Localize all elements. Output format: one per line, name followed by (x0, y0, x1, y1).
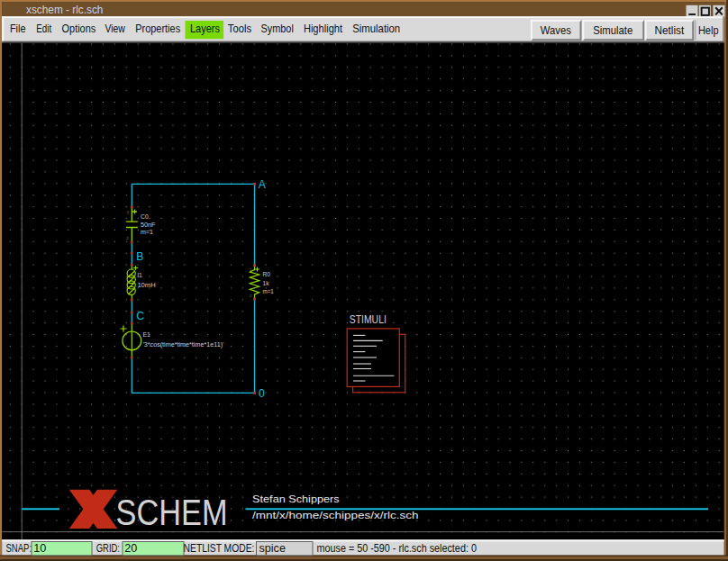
svg-text:SNAP:: SNAP: (6, 542, 32, 555)
svg-text:A: A (259, 178, 267, 191)
svg-text:STIMULI: STIMULI (350, 312, 387, 326)
svg-text:Layers: Layers (190, 23, 220, 35)
svg-text:Simulate: Simulate (593, 24, 632, 37)
svg-text:Symbol: Symbol (261, 23, 294, 35)
svg-text:SCHEM: SCHEM (116, 493, 228, 532)
svg-text:Simulation: Simulation (352, 23, 400, 35)
svg-text:1k: 1k (263, 279, 269, 287)
svg-text:Tools: Tools (228, 23, 251, 35)
svg-text:File: File (10, 23, 26, 35)
svg-text:xschem - rlc.sch: xschem - rlc.sch (26, 3, 103, 16)
svg-text:Properties: Properties (135, 23, 180, 35)
svg-text:Edit: Edit (36, 23, 51, 35)
svg-text:R0: R0 (263, 270, 270, 278)
svg-text:Highlight: Highlight (304, 23, 343, 35)
svg-text:20: 20 (124, 542, 137, 555)
svg-text:Help: Help (698, 24, 719, 37)
svg-text:Stefan Schippers: Stefan Schippers (252, 493, 340, 504)
svg-text:'3*cos(time*time*time*1e11)': '3*cos(time*time*time*1e11)' (142, 340, 224, 348)
svg-text:View: View (105, 23, 126, 35)
svg-text:B: B (136, 250, 143, 263)
svg-text:l1: l1 (137, 271, 141, 279)
svg-text:Options: Options (62, 23, 96, 35)
svg-text:Netlist: Netlist (655, 24, 685, 37)
svg-text:GRID:: GRID: (96, 542, 120, 555)
svg-text:C: C (136, 310, 144, 322)
svg-text:mouse = 50 -590 - rlc.sch sel: mouse = 50 -590 - rlc.sch selected: 0 (317, 542, 477, 555)
svg-text:/mnt/x/home/schippes/x/rlc.sch: /mnt/x/home/schippes/x/rlc.sch (252, 510, 419, 520)
svg-text:m=1: m=1 (263, 287, 274, 295)
svg-text:NETLIST MODE:: NETLIST MODE: (184, 542, 255, 555)
svg-text:m=1: m=1 (141, 228, 153, 236)
svg-text:spice: spice (259, 542, 286, 555)
svg-text:10: 10 (33, 542, 46, 555)
svg-text:E1: E1 (142, 330, 150, 339)
svg-text:10mH: 10mH (137, 281, 155, 289)
svg-text:Waves: Waves (541, 24, 571, 37)
svg-text:0: 0 (259, 387, 265, 400)
